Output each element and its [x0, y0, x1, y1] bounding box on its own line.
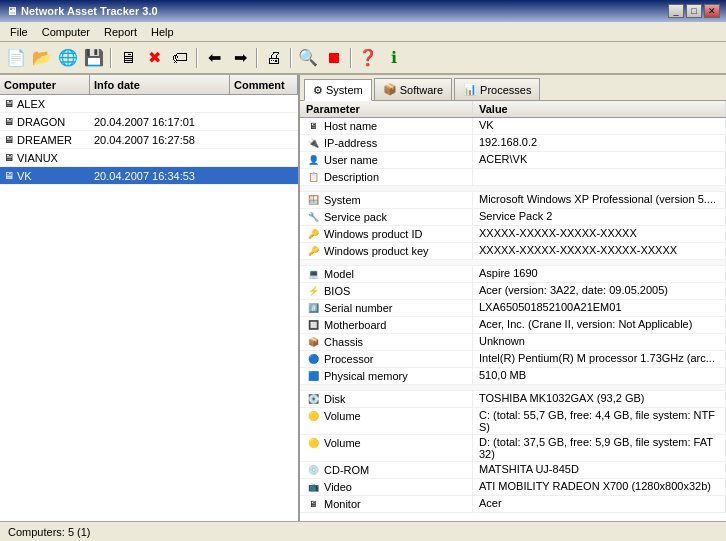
table-row: 🖥 Host name VK	[300, 118, 726, 135]
param-label: Motherboard	[324, 319, 386, 331]
tab-software[interactable]: 📦 Software	[374, 78, 452, 100]
param-label: User name	[324, 154, 378, 166]
param-cell: 🔌 IP-address	[300, 135, 473, 152]
row-computer-name: 🖥 VIANUX	[0, 151, 90, 165]
toolbar-open[interactable]: 📂	[30, 46, 54, 70]
value-cell: Acer (version: 3A22, date: 09.05.2005)	[473, 283, 726, 300]
value-cell: 510,0 MB	[473, 368, 726, 385]
toolbar-about[interactable]: ℹ	[382, 46, 406, 70]
param-cell: 🔑 Windows product ID	[300, 226, 473, 243]
system-tab-icon: ⚙	[313, 84, 323, 97]
menu-computer[interactable]: Computer	[36, 24, 96, 40]
param-icon: 🖥	[306, 119, 320, 133]
param-icon: 🔑	[306, 244, 320, 258]
param-label: Disk	[324, 393, 345, 405]
right-panel: ⚙ System 📦 Software 📊 Processes Paramete…	[300, 75, 726, 521]
param-cell: ⚡ BIOS	[300, 283, 473, 300]
computer-icon: 🖥	[4, 134, 14, 145]
computer-row[interactable]: 🖥 VK 20.04.2007 16:34:53	[0, 167, 298, 185]
toolbar-rename[interactable]: 🏷	[168, 46, 192, 70]
param-icon: 💿	[306, 463, 320, 477]
details-area: Parameter Value 🖥 Host name VK 🔌 IP-ad	[300, 101, 726, 521]
param-label: Processor	[324, 353, 374, 365]
tab-processes[interactable]: 📊 Processes	[454, 78, 540, 100]
toolbar-new[interactable]: 📄	[4, 46, 28, 70]
row-comment	[230, 139, 298, 141]
software-tab-icon: 📦	[383, 83, 397, 96]
param-cell: 🔧 Service pack	[300, 209, 473, 226]
value-cell: Aspire 1690	[473, 266, 726, 283]
value-cell: C: (total: 55,7 GB, free: 4,4 GB, file s…	[473, 408, 726, 435]
toolbar-export[interactable]: ➡	[228, 46, 252, 70]
value-cell: Service Pack 2	[473, 209, 726, 226]
param-cell: 🟦 Physical memory	[300, 368, 473, 385]
minimize-button[interactable]: _	[668, 4, 684, 18]
value-cell: LXA650501852100A21EM01	[473, 300, 726, 317]
toolbar-sep-2	[196, 48, 198, 68]
toolbar-save[interactable]: 💾	[82, 46, 106, 70]
menu-report[interactable]: Report	[98, 24, 143, 40]
row-info-date: 20.04.2007 16:27:58	[90, 133, 230, 147]
param-cell: 🔑 Windows product key	[300, 243, 473, 260]
table-row: 🟦 Physical memory 510,0 MB	[300, 368, 726, 385]
table-row: 🔲 Motherboard Acer, Inc. (Crane II, vers…	[300, 317, 726, 334]
param-label: Volume	[324, 410, 361, 422]
param-cell: 🔲 Motherboard	[300, 317, 473, 334]
param-icon: 💻	[306, 267, 320, 281]
toolbar-print[interactable]: 🖨	[262, 46, 286, 70]
param-icon: 🔧	[306, 210, 320, 224]
table-row: 🔧 Service pack Service Pack 2	[300, 209, 726, 226]
param-icon: 🔵	[306, 352, 320, 366]
details-table: Parameter Value 🖥 Host name VK 🔌 IP-ad	[300, 101, 726, 513]
table-row: 🔑 Windows product ID XXXXX-XXXXX-XXXXX-X…	[300, 226, 726, 243]
param-cell: 📺 Video	[300, 479, 473, 496]
table-row: 💽 Disk TOSHIBA MK1032GAX (93,2 GB)	[300, 391, 726, 408]
toolbar-network[interactable]: 🌐	[56, 46, 80, 70]
param-label: Chassis	[324, 336, 363, 348]
table-row: 🟡 Volume C: (total: 55,7 GB, free: 4,4 G…	[300, 408, 726, 435]
param-icon: 📋	[306, 170, 320, 184]
toolbar-import[interactable]: ⬅	[202, 46, 226, 70]
close-button[interactable]: ✕	[704, 4, 720, 18]
toolbar-help[interactable]: ❓	[356, 46, 380, 70]
toolbar-scan[interactable]: 🔍	[296, 46, 320, 70]
table-row: 📦 Chassis Unknown	[300, 334, 726, 351]
toolbar-stop[interactable]: ⏹	[322, 46, 346, 70]
app-icon: 🖥	[6, 5, 17, 17]
menu-help[interactable]: Help	[145, 24, 180, 40]
param-cell: 💽 Disk	[300, 391, 473, 408]
value-cell: ACER\VK	[473, 152, 726, 169]
computer-icon: 🖥	[4, 152, 14, 163]
processes-tab-icon: 📊	[463, 83, 477, 96]
maximize-button[interactable]: □	[686, 4, 702, 18]
computer-list-panel: Computer Info date Comment 🖥 ALEX 🖥 DRAG…	[0, 75, 300, 521]
param-label: Service pack	[324, 211, 387, 223]
computer-row[interactable]: 🖥 ALEX	[0, 95, 298, 113]
tab-system[interactable]: ⚙ System	[304, 79, 372, 101]
param-cell: 🪟 System	[300, 192, 473, 209]
param-icon: 💽	[306, 392, 320, 406]
window-title: Network Asset Tracker 3.0	[21, 5, 158, 17]
param-label: IP-address	[324, 137, 377, 149]
table-row: #️⃣ Serial number LXA650501852100A21EM01	[300, 300, 726, 317]
table-row: 💻 Model Aspire 1690	[300, 266, 726, 283]
param-icon: 🟦	[306, 369, 320, 383]
row-info-date: 20.04.2007 16:17:01	[90, 115, 230, 129]
param-cell: 💿 CD-ROM	[300, 462, 473, 479]
value-cell: Microsoft Windows XP Professional (versi…	[473, 192, 726, 209]
table-row: 📺 Video ATI MOBILITY RADEON X700 (1280x8…	[300, 479, 726, 496]
header-comment: Comment	[230, 75, 298, 94]
toolbar-delete[interactable]: ✖	[142, 46, 166, 70]
row-computer-name: 🖥 ALEX	[0, 97, 90, 111]
value-cell: XXXXX-XXXXX-XXXXX-XXXXX-XXXXX	[473, 243, 726, 260]
computer-row[interactable]: 🖥 VIANUX	[0, 149, 298, 167]
menu-file[interactable]: File	[4, 24, 34, 40]
param-label: System	[324, 194, 361, 206]
computer-row[interactable]: 🖥 DREAMER 20.04.2007 16:27:58	[0, 131, 298, 149]
table-row: 👤 User name ACER\VK	[300, 152, 726, 169]
toolbar-add[interactable]: 🖥	[116, 46, 140, 70]
value-cell: Acer, Inc. (Crane II, version: Not Appli…	[473, 317, 726, 334]
row-comment	[230, 103, 298, 105]
title-bar: 🖥 Network Asset Tracker 3.0 _ □ ✕	[0, 0, 726, 22]
computer-row[interactable]: 🖥 DRAGON 20.04.2007 16:17:01	[0, 113, 298, 131]
